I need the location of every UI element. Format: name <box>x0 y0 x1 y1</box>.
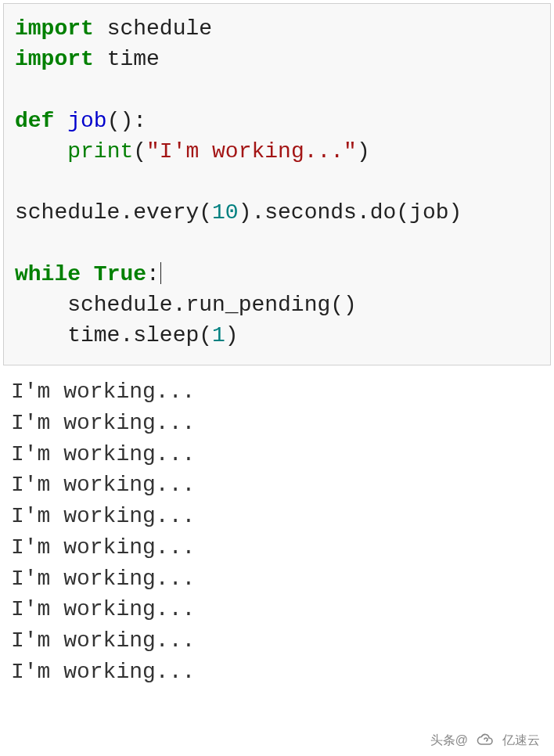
output-line: I'm working... <box>11 504 195 528</box>
code-text: schedule.every( <box>15 200 212 225</box>
number-literal: 10 <box>212 200 239 225</box>
watermark-text: 亿速云 <box>502 732 540 749</box>
code-block: import schedule import time def job(): p… <box>3 3 551 365</box>
output-line: I'm working... <box>11 660 195 684</box>
code-text: ).seconds.do(job) <box>239 200 462 225</box>
code-text: schedule.run_pending() <box>15 293 357 317</box>
code-text: : <box>146 262 160 286</box>
watermark: 头条@ 亿速云 <box>430 731 540 750</box>
cloud-icon <box>476 731 495 750</box>
keyword-while: while <box>15 262 81 286</box>
output-line: I'm working... <box>11 380 195 404</box>
code-text: ) <box>225 323 239 347</box>
code-text <box>54 109 67 133</box>
module-name: time <box>107 47 160 71</box>
output-block: I'm working... I'm working... I'm workin… <box>0 369 554 688</box>
code-text <box>94 16 107 41</box>
text-cursor <box>160 262 161 284</box>
code-text <box>94 47 107 71</box>
indent <box>15 139 67 164</box>
keyword-import: import <box>15 16 94 41</box>
output-line: I'm working... <box>11 628 195 653</box>
keyword-import: import <box>15 47 94 71</box>
module-name: schedule <box>107 16 212 41</box>
keyword-true: True <box>94 262 146 286</box>
output-line: I'm working... <box>11 597 195 621</box>
builtin-print: print <box>67 139 133 164</box>
function-name: job <box>67 109 106 133</box>
code-text <box>81 262 94 286</box>
code-text: time.sleep( <box>15 323 212 347</box>
output-line: I'm working... <box>11 567 195 591</box>
keyword-def: def <box>15 109 54 133</box>
code-text: ) <box>357 139 370 164</box>
number-literal: 1 <box>212 323 225 347</box>
output-line: I'm working... <box>11 473 195 497</box>
watermark-text: 头条@ <box>430 732 468 749</box>
output-line: I'm working... <box>11 442 195 466</box>
code-text: ( <box>133 139 146 164</box>
output-line: I'm working... <box>11 411 195 435</box>
output-line: I'm working... <box>11 535 195 560</box>
code-text: (): <box>107 109 146 133</box>
string-literal: "I'm working..." <box>146 139 357 164</box>
